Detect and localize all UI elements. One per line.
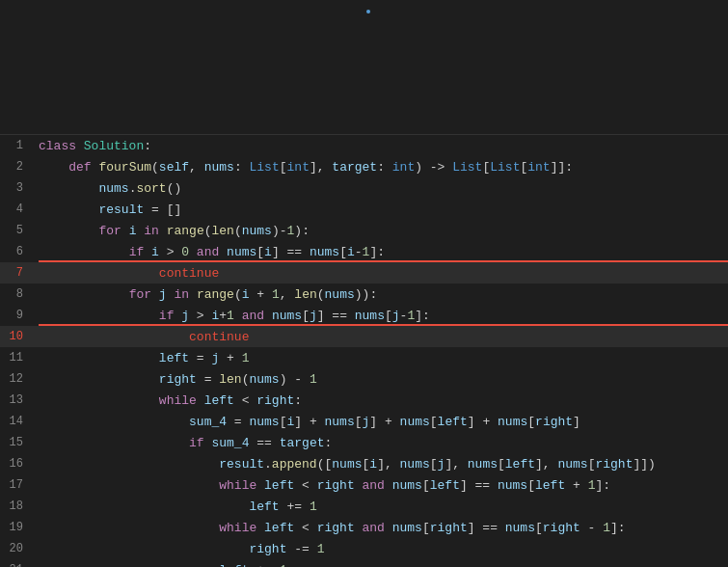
ln-18: 18 (0, 500, 31, 513)
ln-8: 8 (0, 287, 31, 301)
lc-12: right = len(nums) - 1 (31, 372, 317, 387)
ln-5: 5 (0, 224, 31, 237)
line-3: 3 nums.sort() (0, 177, 728, 199)
line-10: 10 continue (0, 326, 728, 347)
lc-4: result = [] (31, 202, 181, 217)
lc-10: continue (31, 330, 249, 344)
lc-11: left = j + 1 (31, 351, 249, 365)
line-12: 12 right = len(nums) - 1 (0, 368, 728, 390)
lc-15: if sum_4 == target: (31, 436, 332, 450)
ln-10: 10 (0, 330, 31, 343)
lc-3: nums.sort() (31, 181, 181, 196)
line-21: 21 left += 1 (0, 559, 728, 567)
lc-13: while left < right: (31, 393, 302, 408)
ln-16: 16 (0, 457, 31, 471)
line-9: 9 if j > i+1 and nums[j] == nums[j-1]: (0, 305, 728, 326)
ln-7: 7 (0, 266, 31, 280)
lc-2: def fourSum(self, nums: List[int], targe… (31, 160, 573, 175)
ln-17: 17 (0, 478, 31, 492)
line-4: 4 result = [] (0, 199, 728, 220)
lc-21: left += 1 (31, 563, 286, 568)
ln-20: 20 (0, 542, 31, 555)
ln-9: 9 (0, 309, 31, 322)
lc-19: while left < right and nums[right] == nu… (31, 521, 626, 535)
line-13: 13 while left < right: (0, 390, 728, 411)
dot-indicator (366, 10, 370, 14)
lc-20: right -= 1 (31, 542, 324, 556)
top-bar (0, 0, 728, 135)
ln-4: 4 (0, 202, 31, 216)
lc-5: for i in range(len(nums)-1): (31, 224, 310, 238)
ln-11: 11 (0, 351, 31, 364)
ln-14: 14 (0, 415, 31, 428)
line-14: 14 sum_4 = nums[i] + nums[j] + nums[left… (0, 411, 728, 432)
lc-6: if i > 0 and nums[i] == nums[i-1]: (31, 245, 385, 259)
ln-21: 21 (0, 563, 31, 567)
lc-8: for j in range(i + 1, len(nums)): (31, 287, 377, 302)
ln-6: 6 (0, 245, 31, 258)
lc-16: result.append([nums[i], nums[j], nums[le… (31, 457, 656, 472)
line-18: 18 left += 1 (0, 496, 728, 517)
line-7: 7 continue (0, 262, 728, 284)
ln-2: 2 (0, 160, 31, 174)
ln-19: 19 (0, 521, 31, 534)
code-editor: 1 class Solution: 2 def fourSum(self, nu… (0, 0, 728, 567)
line-1: 1 class Solution: (0, 135, 728, 156)
line-8: 8 for j in range(i + 1, len(nums)): (0, 284, 728, 305)
ln-13: 13 (0, 393, 31, 407)
line-16: 16 result.append([nums[i], nums[j], nums… (0, 453, 728, 474)
ln-12: 12 (0, 372, 31, 386)
ln-3: 3 (0, 181, 31, 195)
line-17: 17 while left < right and nums[left] == … (0, 474, 728, 496)
ln-1: 1 (0, 139, 31, 152)
line-11: 11 left = j + 1 (0, 347, 728, 368)
lc-14: sum_4 = nums[i] + nums[j] + nums[left] +… (31, 415, 580, 429)
line-5: 5 for i in range(len(nums)-1): (0, 220, 728, 241)
lc-9: if j > i+1 and nums[j] == nums[j-1]: (31, 309, 430, 323)
line-2: 2 def fourSum(self, nums: List[int], tar… (0, 156, 728, 177)
line-19: 19 while left < right and nums[right] ==… (0, 517, 728, 538)
lc-18: left += 1 (31, 500, 317, 514)
line-20: 20 right -= 1 (0, 538, 728, 559)
ln-15: 15 (0, 436, 31, 449)
lc-1: class Solution: (31, 139, 151, 153)
code-area: 1 class Solution: 2 def fourSum(self, nu… (0, 135, 728, 567)
lc-17: while left < right and nums[left] == num… (31, 478, 610, 493)
lc-7: continue (31, 266, 219, 281)
line-6: 6 if i > 0 and nums[i] == nums[i-1]: (0, 241, 728, 262)
line-15: 15 if sum_4 == target: (0, 432, 728, 453)
